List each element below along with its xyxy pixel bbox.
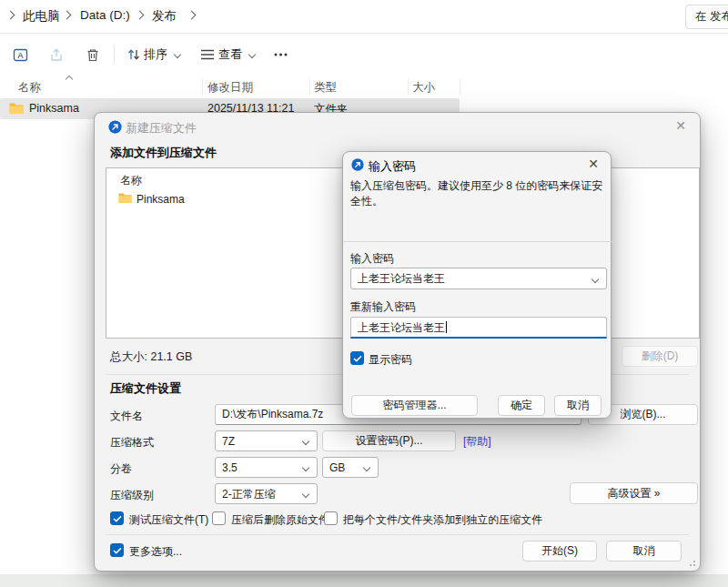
total-size-text: 总大小: 21.1 GB: [110, 349, 192, 365]
chevron-down-icon: [302, 464, 309, 471]
close-icon[interactable]: ✕: [675, 119, 686, 132]
screen: 此电脑 Data (D:) 发布 在 发布 A 排序: [0, 0, 728, 587]
divider: [106, 534, 689, 535]
column-header-size[interactable]: 大小: [412, 80, 435, 96]
column-divider: [309, 79, 310, 95]
toolbar: A 排序 查看: [0, 35, 728, 75]
breadcrumb-fabu[interactable]: 发布: [152, 8, 177, 25]
cancel-button[interactable]: 取消: [606, 541, 682, 562]
resize-grip[interactable]: [687, 558, 696, 567]
breadcrumb-data-d[interactable]: Data (D:): [80, 8, 130, 22]
bandizip-icon: [351, 158, 365, 172]
delete-from-list-button[interactable]: 删除(D): [622, 346, 698, 367]
show-password-checkbox[interactable]: [350, 351, 364, 365]
format-select[interactable]: 7Z: [215, 430, 318, 451]
level-label: 压缩级别: [110, 488, 154, 503]
view-icon: [197, 44, 218, 66]
close-icon[interactable]: ✕: [588, 157, 599, 170]
chevron-down-icon: [592, 276, 599, 283]
more-options-label: 更多选项...: [129, 544, 182, 560]
list-column-name[interactable]: 名称: [120, 173, 142, 188]
breadcrumb-this-pc[interactable]: 此电脑: [23, 8, 60, 25]
show-password-label: 显示密码: [369, 352, 412, 368]
password-combobox[interactable]: 上老王论坛当老王: [350, 268, 607, 289]
start-button[interactable]: 开始(S): [522, 541, 597, 562]
format-label: 压缩格式: [110, 435, 154, 450]
advanced-settings-button[interactable]: 高级设置 »: [570, 482, 698, 504]
chevron-right-icon: [136, 11, 145, 20]
view-button[interactable]: 查看: [218, 46, 242, 63]
text-cursor: [446, 321, 447, 333]
compression-level-select[interactable]: 2-正常压缩: [215, 483, 318, 504]
chevron-down-icon: [363, 464, 370, 471]
file-name: Pinksama: [29, 102, 79, 115]
add-files-heading: 添加文件到压缩文件: [110, 145, 217, 161]
chevron-down-icon: [248, 51, 256, 58]
cancel-button[interactable]: 取消: [554, 395, 602, 416]
reenter-password-input[interactable]: 上老王论坛当老王: [350, 317, 607, 339]
bandizip-icon: [108, 120, 122, 134]
split-unit-select[interactable]: GB: [322, 457, 379, 478]
ok-button[interactable]: 确定: [498, 395, 545, 416]
column-header-name[interactable]: 名称: [18, 80, 41, 96]
reenter-password-label: 重新输入密码: [350, 299, 416, 315]
more-options-icon[interactable]: [269, 44, 291, 66]
split-size-select[interactable]: 3.5: [215, 457, 318, 478]
svg-text:A: A: [17, 51, 23, 60]
sort-icon: [123, 44, 145, 66]
split-label: 分卷: [110, 461, 132, 477]
breadcrumb: 此电脑 Data (D:) 发布 在 发布: [0, 0, 728, 34]
set-password-button[interactable]: 设置密码(P)...: [322, 430, 456, 451]
more-options-checkbox[interactable]: [110, 543, 124, 557]
folder-icon: [9, 102, 24, 115]
search-input[interactable]: 在 发布: [685, 5, 728, 29]
column-header-type[interactable]: 类型: [314, 80, 337, 96]
chevron-right-icon: [6, 11, 15, 20]
delete-icon[interactable]: [82, 44, 104, 66]
chevron-right-icon: [187, 11, 197, 20]
chevron-down-icon: [174, 51, 181, 58]
dialog-title: 新建压缩文件: [126, 120, 197, 137]
column-header-date[interactable]: 修改日期: [207, 80, 253, 96]
column-divider: [202, 79, 203, 95]
share-icon[interactable]: [46, 44, 67, 66]
test-archive-label: 测试压缩文件(T): [129, 512, 208, 528]
test-archive-checkbox[interactable]: [110, 511, 124, 525]
separate-archives-checkbox[interactable]: [324, 511, 338, 525]
password-manager-button[interactable]: 密码管理器...: [351, 395, 478, 416]
settings-heading: 压缩文件设置: [110, 380, 181, 397]
enter-password-label: 输入密码: [350, 251, 394, 267]
separate-archives-label: 把每个文件/文件夹添加到独立的压缩文件: [343, 512, 542, 528]
sort-button[interactable]: 排序: [144, 46, 167, 63]
folder-icon: [118, 192, 132, 204]
enter-password-dialog: 输入密码 ✕ 输入压缩包密码。建议使用至少 8 位的密码来保证安全性。 输入密码…: [342, 151, 612, 419]
column-divider: [460, 79, 460, 95]
toolbar-divider: [114, 46, 115, 64]
filename-label: 文件名: [110, 409, 143, 424]
dialog-title: 输入密码: [369, 158, 416, 175]
password-description: 输入压缩包密码。建议使用至少 8 位的密码来保证安全性。: [350, 178, 607, 210]
delete-after-label: 压缩后删除原始文件: [231, 512, 329, 528]
column-divider: [408, 79, 409, 95]
chevron-right-icon: [63, 11, 72, 20]
divider: [343, 241, 612, 242]
rename-icon[interactable]: A: [9, 44, 31, 66]
sort-ascending-icon: [66, 76, 73, 83]
help-link[interactable]: [帮助]: [463, 434, 491, 450]
list-item-pinksama[interactable]: Pinksama: [136, 193, 185, 206]
chevron-down-icon: [302, 438, 309, 445]
chevron-down-icon: [302, 491, 309, 498]
delete-after-checkbox[interactable]: [212, 511, 226, 525]
file-list-headers: 名称 修改日期 类型 大小: [0, 76, 728, 97]
